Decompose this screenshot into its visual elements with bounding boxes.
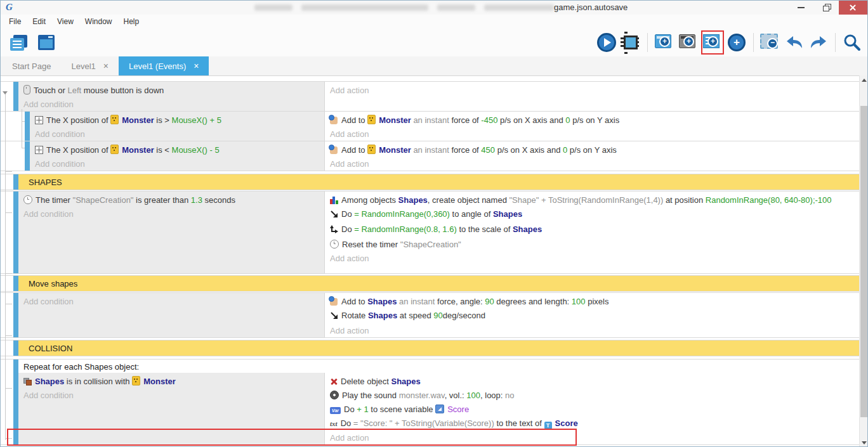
foreach-header[interactable]: Repeat for each Shapes object: [18, 360, 860, 373]
text-segment: force, angle: [437, 297, 485, 306]
event-tree-margin [1, 340, 13, 356]
monster-icon [367, 115, 376, 124]
event-tree-margin [1, 82, 13, 111]
text-segment: no [505, 391, 514, 400]
window-title: game.json.autosave [554, 3, 628, 12]
add-condition-placeholder[interactable]: Add condition [18, 388, 324, 402]
add-action-placeholder[interactable]: Add action [325, 323, 860, 337]
tab-close-icon[interactable]: × [194, 61, 199, 71]
preview-window-icon[interactable] [35, 30, 58, 55]
add-condition-placeholder[interactable]: Add condition [18, 207, 324, 221]
add-action-placeholder[interactable]: Add action [325, 82, 860, 97]
action-line[interactable]: Delete object Shapes [325, 373, 860, 388]
condition-line[interactable]: Touch or Left mouse button is down [18, 82, 324, 97]
action-line[interactable]: Add to Shapes an instant force, angle: 9… [325, 293, 860, 308]
event-color-bar[interactable] [13, 360, 18, 444]
toolbar-separator [647, 33, 648, 52]
event-color-bar[interactable] [13, 82, 18, 111]
add-action-placeholder[interactable]: Add action [325, 431, 860, 444]
text-segment: RandomInRange(80, 640-80);-100 [706, 195, 832, 205]
vertical-scrollbar[interactable] [859, 75, 867, 447]
shapes-icon [23, 378, 32, 385]
add-subevent-icon[interactable]: + [677, 30, 700, 55]
project-manager-icon[interactable] [7, 30, 30, 55]
text-segment: Score [447, 405, 469, 414]
scrollbar-thumb[interactable] [860, 106, 867, 417]
condition-line[interactable]: Shapes is in collision with Monster [18, 373, 324, 388]
menu-item-view[interactable]: View [51, 15, 79, 29]
restore-button[interactable] [813, 1, 839, 15]
menu-item-file[interactable]: File [3, 15, 27, 29]
condition-line[interactable]: The timer "ShapeCreation" is greater tha… [18, 191, 324, 207]
action-line[interactable]: Among objects Shapes, create object name… [325, 191, 860, 207]
add-comment-icon[interactable]: + [701, 30, 724, 55]
action-line[interactable]: Do = RandomInRange(0.8, 1.6) to the scal… [325, 222, 860, 237]
monster-icon [367, 145, 376, 154]
condition-line[interactable]: The X position of Monster is > MouseX() … [30, 112, 324, 127]
action-line[interactable]: Do + 1 to scene variable Score [325, 402, 860, 416]
text-segment: is in collision with [64, 377, 132, 386]
action-line[interactable]: Play the sound monster.wav, vol.: 100, l… [325, 388, 860, 402]
shapes-comment[interactable]: SHAPES [18, 174, 860, 190]
event-color-bar[interactable] [13, 293, 18, 337]
menu-item-window[interactable]: Window [79, 15, 118, 29]
sound-icon [330, 391, 339, 399]
add-condition-placeholder[interactable]: Add condition [18, 97, 324, 111]
action-line[interactable]: Add to Monster an instant force of 450 p… [325, 141, 860, 157]
add-action-placeholder[interactable]: Add action [325, 157, 860, 171]
action-line[interactable]: Rotate Shapes at speed 90deg/second [325, 308, 860, 323]
text-segment: force of [451, 145, 481, 155]
redo-icon[interactable] [807, 30, 830, 55]
event-body: The X position of Monster is > MouseX() … [30, 112, 860, 141]
add-other-event-icon[interactable] [725, 30, 748, 55]
add-condition-placeholder[interactable]: Add condition [30, 157, 324, 171]
event-color-bar[interactable] [25, 141, 30, 171]
scroll-down-arrow-icon[interactable] [862, 441, 867, 444]
add-event-icon[interactable]: + [653, 30, 676, 55]
conditions-column: The X position of Monster is > MouseX() … [30, 112, 324, 141]
condition-line[interactable]: The X position of Monster is < MouseX() … [30, 141, 324, 157]
add-condition-placeholder[interactable]: Add condition [30, 127, 324, 141]
minimize-button[interactable] [788, 1, 813, 15]
text-segment: is < [154, 145, 172, 155]
text-segment: = RandomInRange(0,360) [354, 209, 450, 219]
event-color-bar[interactable] [13, 340, 18, 356]
collapse-arrow-icon[interactable] [3, 91, 8, 94]
event-color-bar[interactable] [13, 174, 18, 190]
play-icon[interactable] [595, 30, 618, 55]
text-segment: Reset the timer [342, 240, 400, 249]
event-color-bar[interactable] [25, 112, 30, 141]
menu-item-edit[interactable]: Edit [27, 15, 51, 29]
event-columns: The timer "ShapeCreation" is greater tha… [18, 191, 860, 273]
action-line[interactable]: Do = "Score: " + ToString(Variable(Score… [325, 416, 860, 431]
scroll-up-arrow-icon[interactable] [862, 79, 867, 82]
add-condition-placeholder[interactable]: Add condition [18, 293, 324, 308]
action-line[interactable]: Reset the timer "ShapeCreation" [325, 237, 860, 251]
txt-icon [330, 420, 338, 427]
add-action-placeholder[interactable]: Add action [325, 127, 860, 141]
text-segment: 90 [485, 297, 494, 306]
tab-close-icon[interactable]: × [103, 61, 109, 71]
monster-icon [110, 115, 119, 124]
action-line[interactable]: Add to Monster an instant force of -450 … [325, 112, 860, 127]
tab-level1[interactable]: Level1× [61, 56, 119, 75]
collision-comment[interactable]: COLLISION [18, 340, 860, 356]
tab-level1-events-[interactable]: Level1 (Events)× [119, 56, 209, 75]
event-tree-margin [1, 360, 13, 444]
text-segment: Delete object [341, 377, 391, 386]
menu-bar: FileEditViewWindowHelp [1, 15, 867, 29]
event-color-bar[interactable] [13, 191, 18, 273]
undo-icon[interactable] [783, 30, 806, 55]
deselect-icon[interactable]: − [759, 30, 782, 55]
text-segment: , vol.: [445, 391, 467, 400]
action-line[interactable]: Do = RandomInRange(0,360) to angle of Sh… [325, 207, 860, 222]
tab-start-page[interactable]: Start Page [2, 56, 61, 75]
conditions-column: Touch or Left mouse button is downAdd co… [18, 82, 324, 111]
event-color-bar[interactable] [13, 276, 18, 291]
debug-icon[interactable] [619, 30, 642, 55]
menu-item-help[interactable]: Help [118, 15, 145, 29]
move-shapes-comment[interactable]: Move shapes [18, 276, 860, 291]
close-button[interactable] [839, 1, 867, 15]
search-icon[interactable] [841, 30, 864, 55]
add-action-placeholder[interactable]: Add action [325, 251, 860, 265]
